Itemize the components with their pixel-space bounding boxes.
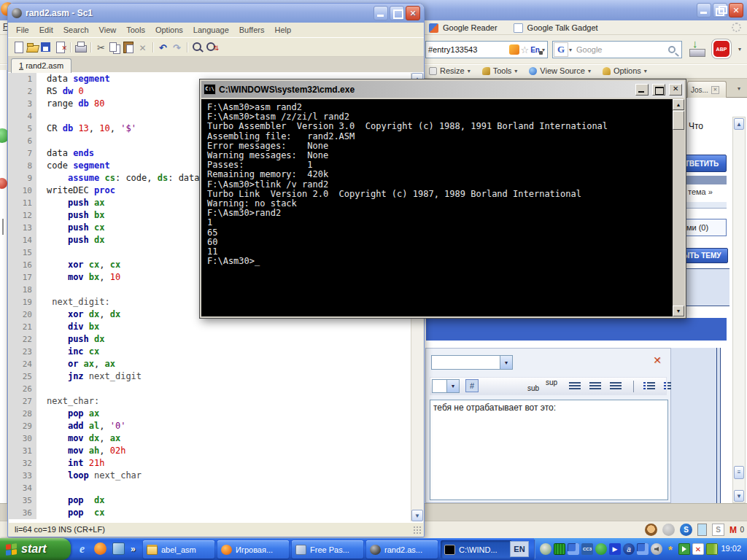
cmd-maximize-button[interactable] xyxy=(652,84,665,96)
editor-close-button[interactable]: ✕ xyxy=(406,6,420,20)
menu-item[interactable]: Language xyxy=(188,24,234,36)
menu-item[interactable]: Options xyxy=(150,24,188,36)
copy-icon[interactable] xyxy=(108,41,122,54)
insert-hash-button[interactable]: # xyxy=(465,379,479,392)
browser-close-button[interactable]: ✕ xyxy=(729,3,743,18)
align-right-icon[interactable] xyxy=(610,382,622,391)
tab-close-icon[interactable]: ✕ xyxy=(711,86,719,94)
scroll-down-icon[interactable]: ▼ xyxy=(734,490,744,502)
taskbar-task-free-pas[interactable]: Free Pas... xyxy=(292,540,363,559)
editor-close-icon[interactable]: ✕ xyxy=(653,354,662,366)
internet-explorer-icon[interactable]: e xyxy=(76,542,88,555)
new-file-icon[interactable] xyxy=(12,41,26,54)
code-line[interactable]: 24 or ax, ax xyxy=(9,358,423,370)
print-icon[interactable] xyxy=(74,41,88,54)
scrollbar-thumb[interactable] xyxy=(673,111,684,130)
taskbar-task-abel-asm[interactable]: abel_asm xyxy=(143,540,214,559)
tray-player-icon[interactable]: ▶ xyxy=(609,543,621,555)
cmd-close-button[interactable] xyxy=(669,84,682,96)
browser-restore-button[interactable] xyxy=(713,3,727,18)
code-line[interactable]: 30 mov dx, ax xyxy=(9,432,423,445)
menu-item[interactable]: Search xyxy=(58,24,94,36)
subscript-button[interactable]: sub xyxy=(527,384,539,392)
post-textarea[interactable]: тебя не отрабатывает вот это: xyxy=(430,400,668,500)
start-button[interactable]: start xyxy=(0,538,71,560)
toolbar-separator[interactable] xyxy=(67,41,74,54)
web-search-box[interactable]: G ▾ Google xyxy=(552,41,682,58)
scrollbar-thumb[interactable]: ≡ xyxy=(734,466,744,479)
tray-globe-icon[interactable] xyxy=(540,543,551,555)
font-select[interactable]: ▾ xyxy=(431,355,513,370)
menu-item[interactable]: View xyxy=(94,24,122,36)
menu-item[interactable]: Help xyxy=(269,24,296,36)
devtoolbar-resize[interactable]: Resize ▾ xyxy=(429,66,471,75)
align-left-icon[interactable] xyxy=(569,382,581,391)
code-line[interactable]: 29 add al, '0' xyxy=(9,420,423,432)
code-line[interactable]: 25 jnz next_digit xyxy=(9,370,423,383)
toolbar-separator[interactable] xyxy=(184,41,190,54)
menu-item[interactable]: Tools xyxy=(121,24,150,36)
taskbar-task-rand2[interactable]: rand2.as... xyxy=(366,540,438,559)
navbar-overflow-icon[interactable]: ▾ xyxy=(738,46,741,52)
devtoolbar-tools[interactable]: Tools ▾ xyxy=(482,66,518,75)
code-line[interactable]: 26 xyxy=(9,383,423,395)
tray-volume-icon[interactable] xyxy=(651,543,662,555)
cut-icon[interactable] xyxy=(94,41,108,54)
devtoolbar-options[interactable]: Options ▾ xyxy=(603,66,647,75)
gray-dot-icon[interactable] xyxy=(662,524,675,536)
devtoolbar-view-source[interactable]: View Source ▾ xyxy=(529,66,591,75)
superscript-button[interactable]: sup xyxy=(546,378,557,386)
taskbar-task-igrovaya[interactable]: Игровая... xyxy=(217,540,289,559)
menu-item[interactable]: Edit xyxy=(34,24,58,36)
downloads-icon[interactable] xyxy=(687,39,706,59)
browser-tab[interactable]: Jos... ✕ xyxy=(687,81,727,98)
code-line[interactable]: 23 inc cx xyxy=(9,346,423,358)
redo-icon[interactable] xyxy=(170,41,184,54)
editor-minimize-button[interactable] xyxy=(374,6,388,20)
quick-launch-overflow-icon[interactable]: » xyxy=(131,544,136,554)
bookmark-google-reader[interactable]: Google Reader xyxy=(429,23,498,33)
open-file-icon[interactable] xyxy=(26,41,39,54)
code-line[interactable]: 28 pop ax xyxy=(9,408,423,420)
editor-maximize-button[interactable] xyxy=(390,6,404,20)
list-all-tabs-icon[interactable]: ▾ xyxy=(732,82,746,96)
tray-cc3-icon[interactable]: CC3 xyxy=(581,543,593,555)
file-tab[interactable]: 1 rand2.asm xyxy=(11,58,71,73)
search-magnifier-icon[interactable] xyxy=(668,46,676,53)
numbered-list-icon[interactable] xyxy=(643,382,655,391)
select-dropdown-icon[interactable]: ▾ xyxy=(500,356,512,369)
find-icon[interactable] xyxy=(190,41,204,54)
skype-icon[interactable]: S xyxy=(680,524,692,536)
cmd-minimize-button[interactable] xyxy=(635,84,649,96)
tray-network-icon[interactable] xyxy=(568,543,579,555)
scroll-up-icon[interactable]: ▲ xyxy=(673,99,684,110)
code-line[interactable]: 35 pop dx xyxy=(9,494,423,507)
menu-item[interactable]: Buffers xyxy=(234,24,270,36)
bookmark-star-icon[interactable]: ☆ xyxy=(521,45,530,55)
bookmark-google-talk-gadget[interactable]: Google Talk Gadget xyxy=(514,23,598,33)
save-icon[interactable] xyxy=(39,41,53,54)
console-scrollbar[interactable]: ▲ ▼ xyxy=(673,99,684,316)
undo-icon[interactable] xyxy=(156,41,170,54)
align-center-icon[interactable] xyxy=(589,382,601,391)
code-line[interactable]: 21 div bx xyxy=(9,321,423,333)
find-replace-icon[interactable] xyxy=(204,41,218,54)
tray-wand-icon[interactable]: * xyxy=(665,543,676,555)
code-line[interactable]: 27next_char: xyxy=(9,395,423,408)
show-desktop-icon[interactable] xyxy=(112,542,125,555)
console-output[interactable]: F:\Asm30>asm rand2F:\Asm30>tasm /z/zi/l … xyxy=(201,99,684,316)
code-line[interactable]: 22 push dx xyxy=(9,333,423,346)
tray-updater-icon[interactable] xyxy=(595,543,607,555)
clock[interactable]: 19:02 xyxy=(721,544,741,553)
adblock-plus-icon[interactable]: ABP xyxy=(712,39,731,58)
code-line[interactable]: 36 pop cx xyxy=(9,507,423,519)
select-dropdown-icon[interactable]: ▾ xyxy=(446,380,459,392)
editor-titlebar[interactable]: rand2.asm - Sc1 ✕ xyxy=(8,4,424,23)
address-bar[interactable]: #entry133543 ☆ En ▾ xyxy=(425,41,548,58)
size-select[interactable]: ▾ xyxy=(432,379,460,393)
scroll-down-icon[interactable]: ▼ xyxy=(673,306,684,316)
menu-item[interactable]: File xyxy=(11,24,34,36)
cmd-titlebar[interactable]: C:\ C:\WINDOWS\system32\cmd.exe xyxy=(201,81,684,98)
tray-share-icon[interactable] xyxy=(678,543,690,555)
tray-display-icon[interactable] xyxy=(706,543,718,555)
